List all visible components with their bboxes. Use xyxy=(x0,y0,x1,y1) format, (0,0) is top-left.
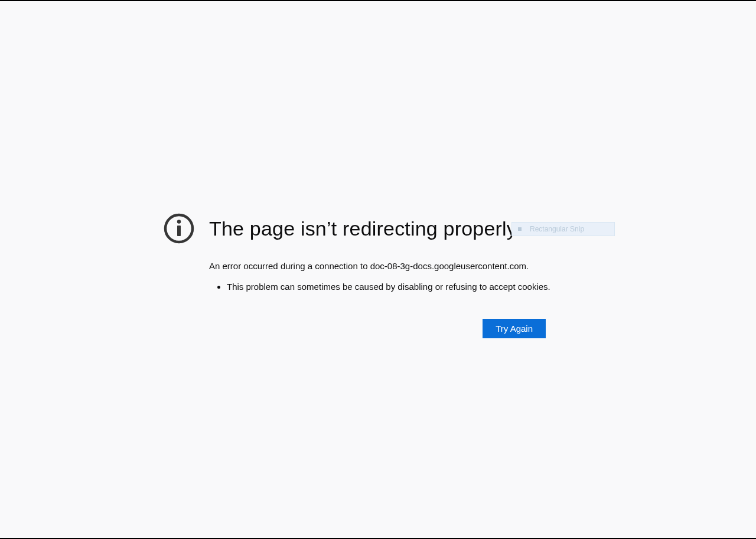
try-again-button[interactable]: Try Again xyxy=(483,319,546,338)
snip-dot-icon xyxy=(518,227,522,231)
error-body: An error occurred during a connection to… xyxy=(209,261,612,293)
error-subtext: An error occurred during a connection to… xyxy=(209,261,612,271)
error-cause-item: This problem can sometimes be caused by … xyxy=(227,280,612,293)
error-header: The page isn’t redirecting properly Rect… xyxy=(163,213,612,244)
error-page-container: The page isn’t redirecting properly Rect… xyxy=(163,213,612,338)
snip-mode-label: Rectangular Snip xyxy=(530,225,584,233)
error-actions: Try Again xyxy=(209,319,546,338)
info-icon xyxy=(163,213,195,244)
error-title: The page isn’t redirecting properly xyxy=(209,217,517,240)
snip-mode-badge[interactable]: Rectangular Snip xyxy=(511,222,615,236)
svg-rect-2 xyxy=(177,226,181,236)
svg-point-1 xyxy=(177,220,181,223)
error-cause-list: This problem can sometimes be caused by … xyxy=(209,280,612,293)
